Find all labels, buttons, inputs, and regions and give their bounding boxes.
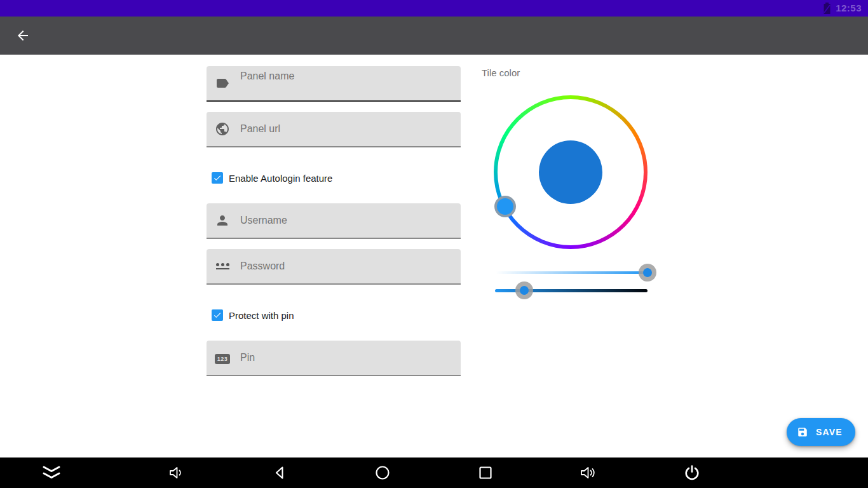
checkmark-icon <box>213 311 222 320</box>
pin-protect-checkbox[interactable] <box>212 309 223 321</box>
clock: 12:53 <box>836 3 862 13</box>
save-button-label: SAVE <box>816 427 843 437</box>
bottom-nav-bar <box>0 458 868 488</box>
tile-color-label: Tile color <box>482 67 520 78</box>
save-floppy-icon <box>797 426 808 438</box>
pin-placeholder: Pin <box>240 352 255 363</box>
password-field[interactable]: Password <box>207 249 461 285</box>
autologin-label: Enable Autologin feature <box>229 173 332 184</box>
hue-color-wheel[interactable] <box>494 95 648 249</box>
selected-color-preview <box>539 140 602 204</box>
pin-protect-checkbox-row[interactable]: Protect with pin <box>212 309 294 321</box>
status-bar: 12:53 <box>0 0 868 17</box>
save-button[interactable]: SAVE <box>787 418 855 446</box>
globe-icon <box>215 121 230 137</box>
volume-down-icon[interactable] <box>167 464 185 482</box>
checkmark-icon <box>213 173 222 182</box>
app-toolbar <box>0 17 868 55</box>
nav-recents-icon[interactable] <box>477 464 494 481</box>
hue-handle[interactable] <box>494 196 516 217</box>
panel-settings-screen: 12:53 Panel name Panel url E <box>0 0 868 488</box>
saturation-slider-track[interactable] <box>496 271 648 274</box>
password-dots-icon <box>215 259 230 274</box>
person-icon <box>215 213 230 228</box>
battery-icon <box>823 3 831 14</box>
label-tag-icon <box>215 76 230 91</box>
username-field[interactable]: Username <box>207 203 461 239</box>
panel-url-placeholder: Panel url <box>240 123 280 135</box>
pin-field[interactable]: 123 Pin <box>207 341 461 376</box>
value-slider-handle[interactable] <box>515 281 533 299</box>
collapse-chevrons-icon[interactable] <box>41 464 62 481</box>
numeric-123-icon: 123 <box>215 350 230 365</box>
nav-home-icon[interactable] <box>374 464 391 481</box>
back-arrow-icon[interactable] <box>15 28 31 43</box>
nav-back-icon[interactable] <box>272 464 288 481</box>
autologin-checkbox[interactable] <box>212 172 223 184</box>
power-icon[interactable] <box>683 464 701 482</box>
username-placeholder: Username <box>240 215 287 226</box>
panel-name-placeholder: Panel name <box>240 71 294 82</box>
saturation-slider-handle[interactable] <box>639 264 656 281</box>
pin-protect-label: Protect with pin <box>229 310 294 321</box>
autologin-checkbox-row[interactable]: Enable Autologin feature <box>212 172 332 184</box>
password-placeholder: Password <box>240 261 285 272</box>
panel-name-field[interactable]: Panel name <box>207 66 461 102</box>
volume-up-icon[interactable] <box>579 464 598 482</box>
panel-url-field[interactable]: Panel url <box>207 112 461 147</box>
